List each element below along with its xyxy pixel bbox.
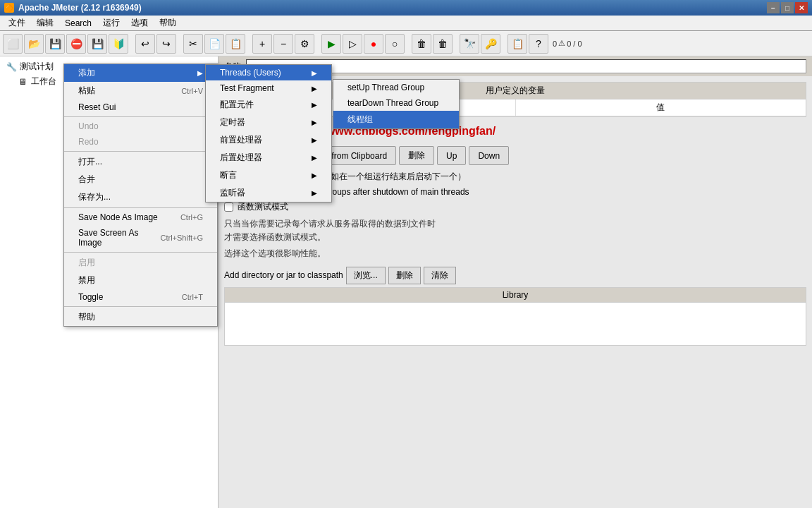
start-button[interactable]: ▶	[321, 34, 341, 54]
revert-button[interactable]: ⛔	[66, 34, 86, 54]
workbench-label: 工作台	[31, 75, 56, 87]
ctx-save-as[interactable]: 保存为...	[64, 188, 217, 206]
ctx-undo[interactable]: Undo	[64, 119, 217, 134]
ctx-paste[interactable]: 粘贴 Ctrl+V	[64, 82, 217, 99]
start-nopauses-button[interactable]: ▷	[343, 34, 362, 54]
submenu1-post-label: 后置处理器	[220, 152, 262, 164]
titlebar: 🔶 Apache JMeter (2.12 r1636949) − □ ✕	[0, 0, 812, 16]
menu-run[interactable]: 运行	[97, 16, 125, 30]
undo-button[interactable]: ↩	[135, 34, 155, 54]
up-button[interactable]: Up	[437, 146, 466, 165]
submenu1-listener-label: 监听器	[220, 187, 245, 199]
ctx-help-label: 帮助	[78, 311, 95, 323]
submenu1-threads-label: Threads (Users)	[220, 68, 281, 78]
submenu1-timer[interactable]: 定时器 ▶	[206, 114, 331, 131]
saveas-button[interactable]: 🔰	[109, 34, 128, 54]
open-button[interactable]: 📂	[24, 34, 44, 54]
checkbox-funcmode: 函数测试模式	[224, 201, 806, 213]
clear-classpath-button[interactable]: 清除	[424, 267, 456, 284]
ctx-merge[interactable]: 合并	[64, 171, 217, 188]
clear-button[interactable]: 🗑	[412, 34, 431, 54]
ctx-disable[interactable]: 禁用	[64, 272, 217, 289]
copy-button[interactable]: 📄	[204, 34, 224, 54]
delete-button[interactable]: 删除	[399, 146, 434, 165]
submenu1-pre-label: 前置处理器	[220, 134, 262, 146]
submenu1-listener[interactable]: 监听器 ▶	[206, 184, 331, 202]
classpath-label: Add directory or jar to classpath	[224, 270, 343, 280]
browse-classpath-button[interactable]: 浏览...	[346, 267, 386, 284]
cut-button[interactable]: ✂	[183, 34, 203, 54]
browse-button[interactable]: 🔭	[460, 34, 479, 54]
ctx-undo-label: Undo	[78, 121, 99, 131]
ctx-save-as-label: 保存为...	[78, 191, 111, 203]
col-value: 值	[516, 99, 806, 116]
submenu2-teardown-label: tearDown Thread Group	[347, 98, 438, 108]
checkbox-funcmode-input[interactable]	[224, 202, 233, 212]
menu-search[interactable]: Search	[59, 17, 97, 30]
ctx-redo[interactable]: Redo	[64, 134, 217, 150]
redo-button[interactable]: ↪	[156, 34, 176, 54]
ctx-save-node-image[interactable]: Save Node As Image Ctrl+G	[64, 210, 217, 225]
menu-edit[interactable]: 编辑	[31, 16, 59, 30]
ctx-add[interactable]: 添加 ▶	[64, 64, 217, 82]
library-body	[225, 303, 806, 345]
collapse-button[interactable]: −	[273, 34, 293, 54]
stop-button[interactable]: ●	[364, 34, 383, 54]
submenu2-thread-group-label: 线程组	[347, 114, 373, 126]
ctx-toggle-shortcut: Ctrl+T	[182, 293, 203, 301]
run-button[interactable]: ⚙	[295, 34, 314, 54]
submenu-threads: setUp Thread Group tearDown Thread Group…	[333, 79, 460, 129]
ctx-sep3	[64, 207, 217, 208]
submenu1-threads[interactable]: Threads (Users) ▶	[206, 65, 331, 80]
shutdown-button[interactable]: ○	[385, 34, 405, 54]
down-button[interactable]: Down	[469, 146, 509, 165]
delete-classpath-button[interactable]: 删除	[388, 267, 421, 284]
context-menu: 添加 ▶ 粘贴 Ctrl+V Reset Gui Undo Redo 打开...	[63, 64, 218, 327]
submenu1-post-processor[interactable]: 后置处理器 ▶	[206, 149, 331, 167]
desc-line1: 只当当你需要记录每个请求从服务器取得的数据到文件时	[224, 217, 806, 231]
ctx-toggle[interactable]: Toggle Ctrl+T	[64, 289, 217, 305]
ctx-add-arrow: ▶	[197, 69, 203, 77]
error-badge: 0 ⚠ 0 / 0	[553, 39, 582, 48]
left-panel: 🔧 测试计划 🖥 工作台 添加 ▶ 粘贴 Ctrl+V Reset Gui	[0, 56, 219, 508]
function-button[interactable]: 🔑	[481, 34, 500, 54]
submenu1-pre-processor[interactable]: 前置处理器 ▶	[206, 131, 331, 149]
ctx-open[interactable]: 打开...	[64, 153, 217, 171]
menu-options[interactable]: 选项	[125, 16, 154, 30]
main-area: 🔧 测试计划 🖥 工作台 添加 ▶ 粘贴 Ctrl+V Reset Gui	[0, 56, 812, 508]
ctx-reset-gui[interactable]: Reset Gui	[64, 99, 217, 115]
new-button[interactable]: ⬜	[3, 34, 23, 54]
ctx-save-node-shortcut: Ctrl+G	[180, 213, 203, 222]
submenu1-post-arrow: ▶	[312, 154, 317, 162]
ctx-enable[interactable]: 启用	[64, 254, 217, 272]
clearall-button[interactable]: 🗑	[433, 34, 453, 54]
submenu2-thread-group[interactable]: 线程组	[333, 111, 459, 128]
maximize-button[interactable]: □	[781, 2, 794, 13]
submenu1-config-label: 配置元件	[220, 99, 254, 111]
ctx-help[interactable]: 帮助	[64, 308, 217, 326]
ctx-enable-label: 启用	[78, 257, 95, 269]
error-count: 0	[553, 40, 557, 48]
menu-help[interactable]: 帮助	[154, 16, 182, 30]
expand-button[interactable]: +	[252, 34, 272, 54]
submenu2-teardown[interactable]: tearDown Thread Group	[333, 95, 459, 111]
window-title: Apache JMeter (2.12 r1636949)	[18, 3, 767, 13]
ratio-display: 0 / 0	[567, 40, 582, 48]
save2-button[interactable]: 💾	[87, 34, 107, 54]
submenu1-config[interactable]: 配置元件 ▶	[206, 96, 331, 114]
close-button[interactable]: ✕	[795, 2, 808, 13]
ctx-save-screen-image[interactable]: Save Screen As Image Ctrl+Shift+G	[64, 225, 217, 250]
submenu2-setup[interactable]: setUp Thread Group	[333, 80, 459, 95]
submenu1-test-fragment[interactable]: Test Fragment ▶	[206, 80, 331, 96]
checkbox-funcmode-label: 函数测试模式	[238, 201, 288, 213]
menu-file[interactable]: 文件	[3, 16, 31, 30]
minimize-button[interactable]: −	[767, 2, 780, 13]
treelist-button[interactable]: 📋	[508, 34, 527, 54]
classpath-section: Add directory or jar to classpath 浏览... …	[224, 267, 806, 346]
save-button[interactable]: 💾	[45, 34, 65, 54]
help-button[interactable]: ?	[529, 34, 548, 54]
ctx-toggle-label: Toggle	[78, 292, 103, 302]
app-icon: 🔶	[4, 3, 14, 13]
paste-button[interactable]: 📋	[226, 34, 245, 54]
submenu1-assertion[interactable]: 断言 ▶	[206, 167, 331, 184]
